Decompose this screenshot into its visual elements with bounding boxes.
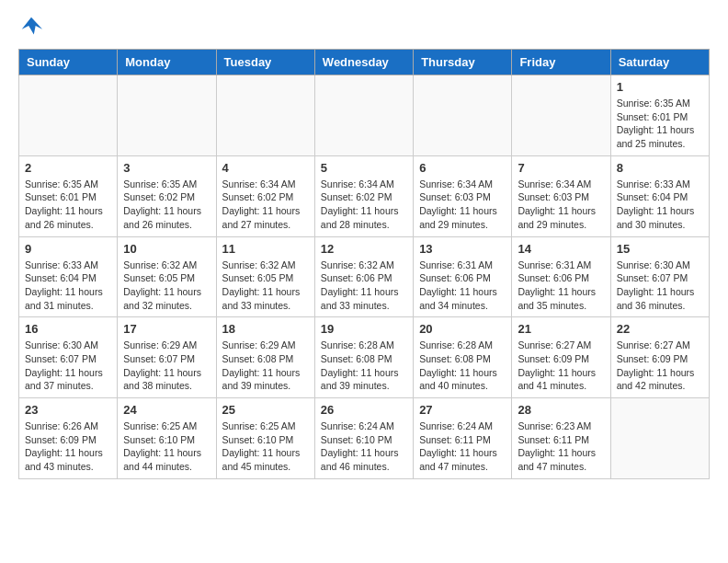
day-number: 21 xyxy=(518,322,604,336)
day-info: Sunrise: 6:31 AM Sunset: 6:06 PM Dayligh… xyxy=(419,259,506,313)
day-info: Sunrise: 6:28 AM Sunset: 6:08 PM Dayligh… xyxy=(321,339,407,393)
calendar-cell: 7Sunrise: 6:34 AM Sunset: 6:03 PM Daylig… xyxy=(512,155,610,236)
day-info: Sunrise: 6:34 AM Sunset: 6:02 PM Dayligh… xyxy=(222,178,309,232)
day-number: 6 xyxy=(419,161,506,175)
calendar-cell: 25Sunrise: 6:25 AM Sunset: 6:10 PM Dayli… xyxy=(216,398,314,479)
day-info: Sunrise: 6:24 AM Sunset: 6:10 PM Dayligh… xyxy=(321,419,407,474)
weekday-header-sunday: Sunday xyxy=(19,50,118,75)
calendar-week-2: 9Sunrise: 6:33 AM Sunset: 6:04 PM Daylig… xyxy=(19,236,710,317)
weekday-header-row: SundayMondayTuesdayWednesdayThursdayFrid… xyxy=(19,50,710,75)
calendar-cell xyxy=(216,75,314,156)
calendar-cell: 21Sunrise: 6:27 AM Sunset: 6:09 PM Dayli… xyxy=(512,317,610,398)
day-info: Sunrise: 6:27 AM Sunset: 6:09 PM Dayligh… xyxy=(617,339,703,393)
calendar-cell: 22Sunrise: 6:27 AM Sunset: 6:09 PM Dayli… xyxy=(610,317,709,398)
day-number: 14 xyxy=(518,242,604,256)
weekday-header-wednesday: Wednesday xyxy=(314,50,413,75)
weekday-header-monday: Monday xyxy=(118,50,216,75)
day-info: Sunrise: 6:35 AM Sunset: 6:02 PM Dayligh… xyxy=(123,178,210,232)
day-number: 23 xyxy=(25,403,111,417)
day-info: Sunrise: 6:30 AM Sunset: 6:07 PM Dayligh… xyxy=(617,259,703,313)
calendar-cell xyxy=(118,75,216,156)
weekday-header-thursday: Thursday xyxy=(414,50,512,75)
calendar-cell: 10Sunrise: 6:32 AM Sunset: 6:05 PM Dayli… xyxy=(118,236,216,317)
calendar-cell: 9Sunrise: 6:33 AM Sunset: 6:04 PM Daylig… xyxy=(19,236,118,317)
day-info: Sunrise: 6:35 AM Sunset: 6:01 PM Dayligh… xyxy=(25,178,111,232)
calendar-cell: 6Sunrise: 6:34 AM Sunset: 6:03 PM Daylig… xyxy=(414,155,512,236)
calendar-cell: 15Sunrise: 6:30 AM Sunset: 6:07 PM Dayli… xyxy=(610,236,709,317)
day-info: Sunrise: 6:26 AM Sunset: 6:09 PM Dayligh… xyxy=(25,419,111,474)
day-info: Sunrise: 6:32 AM Sunset: 6:05 PM Dayligh… xyxy=(123,259,210,313)
day-number: 7 xyxy=(518,161,604,175)
day-number: 27 xyxy=(419,403,506,417)
weekday-header-tuesday: Tuesday xyxy=(216,50,314,75)
day-number: 8 xyxy=(617,161,703,175)
day-info: Sunrise: 6:35 AM Sunset: 6:01 PM Dayligh… xyxy=(617,97,703,151)
calendar-cell: 18Sunrise: 6:29 AM Sunset: 6:08 PM Dayli… xyxy=(216,317,314,398)
calendar-cell: 23Sunrise: 6:26 AM Sunset: 6:09 PM Dayli… xyxy=(19,398,118,479)
calendar-cell: 16Sunrise: 6:30 AM Sunset: 6:07 PM Dayli… xyxy=(19,317,118,398)
calendar-cell: 24Sunrise: 6:25 AM Sunset: 6:10 PM Dayli… xyxy=(118,398,216,479)
day-info: Sunrise: 6:25 AM Sunset: 6:10 PM Dayligh… xyxy=(123,419,210,474)
calendar-cell: 12Sunrise: 6:32 AM Sunset: 6:06 PM Dayli… xyxy=(314,236,413,317)
calendar-cell: 13Sunrise: 6:31 AM Sunset: 6:06 PM Dayli… xyxy=(414,236,512,317)
day-info: Sunrise: 6:31 AM Sunset: 6:06 PM Dayligh… xyxy=(518,259,604,313)
day-number: 10 xyxy=(123,242,210,256)
calendar-cell: 8Sunrise: 6:33 AM Sunset: 6:04 PM Daylig… xyxy=(610,155,709,236)
day-info: Sunrise: 6:29 AM Sunset: 6:08 PM Dayligh… xyxy=(222,339,309,393)
day-info: Sunrise: 6:29 AM Sunset: 6:07 PM Dayligh… xyxy=(123,339,210,393)
calendar-table: SundayMondayTuesdayWednesdayThursdayFrid… xyxy=(18,49,710,479)
day-number: 1 xyxy=(617,80,703,94)
calendar-cell: 28Sunrise: 6:23 AM Sunset: 6:11 PM Dayli… xyxy=(512,398,610,479)
calendar-cell: 19Sunrise: 6:28 AM Sunset: 6:08 PM Dayli… xyxy=(314,317,413,398)
day-number: 22 xyxy=(617,322,703,336)
day-number: 5 xyxy=(321,161,407,175)
day-info: Sunrise: 6:33 AM Sunset: 6:04 PM Dayligh… xyxy=(25,259,111,313)
weekday-header-friday: Friday xyxy=(512,50,610,75)
svg-marker-0 xyxy=(22,17,42,35)
day-number: 13 xyxy=(419,242,506,256)
day-number: 20 xyxy=(419,322,506,336)
calendar-cell xyxy=(19,75,118,156)
calendar-cell: 3Sunrise: 6:35 AM Sunset: 6:02 PM Daylig… xyxy=(118,155,216,236)
day-number: 12 xyxy=(321,242,407,256)
calendar-header: SundayMondayTuesdayWednesdayThursdayFrid… xyxy=(19,50,710,75)
day-number: 24 xyxy=(123,403,210,417)
day-info: Sunrise: 6:23 AM Sunset: 6:11 PM Dayligh… xyxy=(518,419,604,474)
day-number: 28 xyxy=(518,403,604,417)
day-number: 25 xyxy=(222,403,309,417)
day-number: 2 xyxy=(25,161,111,175)
day-info: Sunrise: 6:34 AM Sunset: 6:02 PM Dayligh… xyxy=(321,178,407,232)
day-number: 4 xyxy=(222,161,309,175)
day-info: Sunrise: 6:27 AM Sunset: 6:09 PM Dayligh… xyxy=(518,339,604,393)
day-number: 9 xyxy=(25,242,111,256)
calendar-cell xyxy=(610,398,709,479)
day-info: Sunrise: 6:32 AM Sunset: 6:06 PM Dayligh… xyxy=(321,259,407,313)
calendar-cell: 26Sunrise: 6:24 AM Sunset: 6:10 PM Dayli… xyxy=(314,398,413,479)
day-info: Sunrise: 6:28 AM Sunset: 6:08 PM Dayligh… xyxy=(419,339,506,393)
day-info: Sunrise: 6:30 AM Sunset: 6:07 PM Dayligh… xyxy=(25,339,111,393)
day-info: Sunrise: 6:32 AM Sunset: 6:05 PM Dayligh… xyxy=(222,259,309,313)
page-header xyxy=(18,14,710,40)
day-info: Sunrise: 6:24 AM Sunset: 6:11 PM Dayligh… xyxy=(419,419,506,474)
day-info: Sunrise: 6:34 AM Sunset: 6:03 PM Dayligh… xyxy=(518,178,604,232)
day-number: 15 xyxy=(617,242,703,256)
weekday-header-saturday: Saturday xyxy=(610,50,709,75)
calendar-cell: 14Sunrise: 6:31 AM Sunset: 6:06 PM Dayli… xyxy=(512,236,610,317)
day-number: 26 xyxy=(321,403,407,417)
calendar-cell: 1Sunrise: 6:35 AM Sunset: 6:01 PM Daylig… xyxy=(610,75,709,156)
day-number: 16 xyxy=(25,322,111,336)
calendar-cell xyxy=(512,75,610,156)
calendar-cell: 2Sunrise: 6:35 AM Sunset: 6:01 PM Daylig… xyxy=(19,155,118,236)
day-number: 19 xyxy=(321,322,407,336)
calendar-week-1: 2Sunrise: 6:35 AM Sunset: 6:01 PM Daylig… xyxy=(19,155,710,236)
day-number: 3 xyxy=(123,161,210,175)
calendar-cell xyxy=(414,75,512,156)
calendar-cell: 17Sunrise: 6:29 AM Sunset: 6:07 PM Dayli… xyxy=(118,317,216,398)
calendar-week-4: 23Sunrise: 6:26 AM Sunset: 6:09 PM Dayli… xyxy=(19,398,710,479)
day-info: Sunrise: 6:34 AM Sunset: 6:03 PM Dayligh… xyxy=(419,178,506,232)
day-number: 18 xyxy=(222,322,309,336)
day-number: 17 xyxy=(123,322,210,336)
calendar-week-3: 16Sunrise: 6:30 AM Sunset: 6:07 PM Dayli… xyxy=(19,317,710,398)
day-number: 11 xyxy=(222,242,309,256)
logo-icon xyxy=(18,14,44,40)
